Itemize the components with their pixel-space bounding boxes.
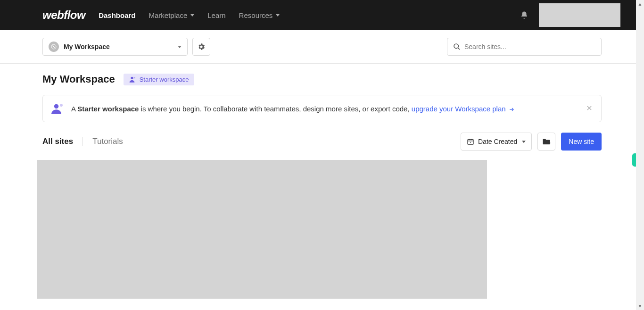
nav-learn[interactable]: Learn [207,11,225,19]
chevron-down-icon [190,14,194,17]
bell-icon[interactable] [520,11,528,19]
sort-label: Date Created [478,138,517,145]
sort-dropdown[interactable]: Date Created [461,133,532,151]
people-icon [129,76,137,83]
svg-point-5 [131,77,133,79]
banner-close[interactable] [577,104,593,114]
folder-add-icon [542,138,551,145]
tab-all-sites[interactable]: All sites [42,137,83,146]
banner-text: A Starter workspace is where you begin. … [71,105,514,113]
svg-point-8 [60,104,63,107]
workspace-avatar-icon [49,42,59,52]
workspace-name: My Workspace [64,43,110,50]
new-folder-button[interactable] [537,133,555,151]
tab-tutorials[interactable]: Tutorials [83,137,132,146]
sub-bar: My Workspace [0,30,644,64]
chevron-down-icon [522,141,526,143]
scroll-down[interactable]: ▼ [636,302,644,310]
header-row: My Workspace Starter workspace [42,73,602,85]
svg-point-3 [454,44,458,48]
chevron-down-icon [276,14,280,17]
gear-icon [197,42,206,51]
nav-marketplace-label: Marketplace [149,11,188,19]
settings-button[interactable] [192,38,210,56]
scrollbar[interactable]: ▲ ▼ [636,0,644,310]
svg-line-4 [458,48,460,50]
starter-badge-label: Starter workspace [140,76,189,83]
starter-badge[interactable]: Starter workspace [124,74,195,85]
svg-point-7 [54,104,58,109]
upgrade-banner: A Starter workspace is where you begin. … [42,95,602,122]
logo[interactable]: webflow [42,8,85,22]
nav-resources[interactable]: Resources [239,11,280,19]
upgrade-link[interactable]: upgrade your Workspace plan [412,105,514,113]
close-icon [586,105,593,111]
search-box[interactable] [447,38,602,56]
nav-dashboard[interactable]: Dashboard [99,11,135,19]
side-help-tab[interactable] [632,153,636,167]
tabs-right: Date Created New site [461,133,602,151]
main-content: My Workspace Starter workspace A Starter… [0,64,644,299]
calendar-sort-icon [467,138,474,145]
tabs-row: All sites Tutorials Date Created New sit… [42,133,602,151]
nav-marketplace[interactable]: Marketplace [149,11,195,19]
search-icon [453,43,461,50]
new-site-button[interactable]: New site [561,133,602,151]
scroll-up[interactable]: ▲ [636,0,644,8]
chevron-down-icon [178,46,182,48]
top-nav-right [520,0,620,30]
arrow-right-icon [509,107,514,112]
search-input[interactable] [464,43,595,50]
svg-rect-12 [468,139,473,144]
nav-resources-label: Resources [239,11,273,19]
account-area[interactable] [539,3,620,27]
people-icon [51,103,65,114]
top-nav: webflow Dashboard Marketplace Learn Reso… [0,0,644,30]
page-title: My Workspace [42,73,115,85]
site-card-placeholder[interactable] [37,160,487,299]
workspace-dropdown[interactable]: My Workspace [42,38,188,56]
svg-point-6 [133,77,135,78]
